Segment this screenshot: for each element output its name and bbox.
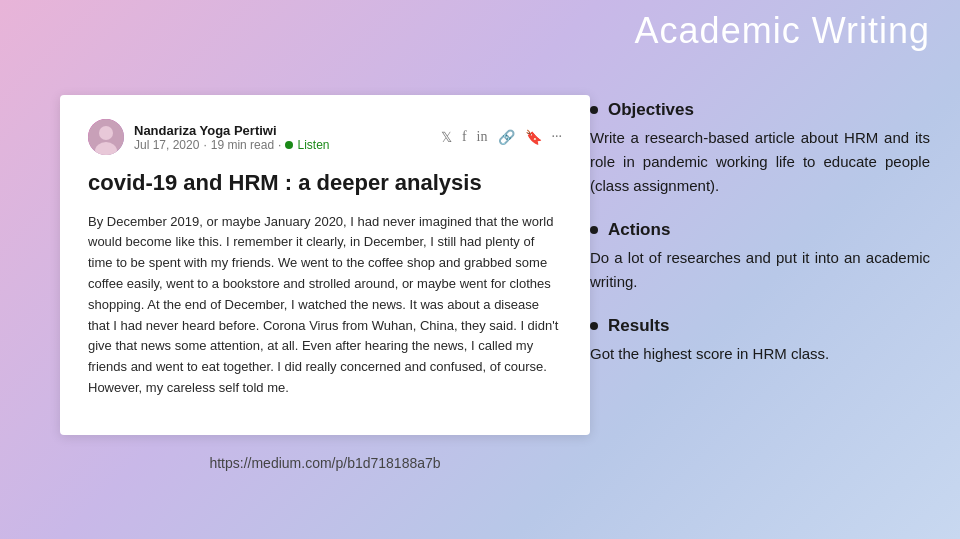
author-details: Nandariza Yoga Pertiwi Jul 17, 2020 · 19… <box>134 123 329 152</box>
results-section: Results Got the highest score in HRM cla… <box>590 316 930 366</box>
objectives-label: Objectives <box>608 100 694 120</box>
actions-label: Actions <box>608 220 670 240</box>
author-name: Nandariza Yoga Pertiwi <box>134 123 329 138</box>
objectives-header: Objectives <box>590 100 930 120</box>
listen-button[interactable]: Listen <box>285 138 329 152</box>
results-text: Got the highest score in HRM class. <box>590 342 930 366</box>
objectives-bullet <box>590 106 598 114</box>
article-title: covid-19 and HRM : a deeper analysis <box>88 169 562 198</box>
actions-header: Actions <box>590 220 930 240</box>
facebook-icon[interactable]: f <box>462 129 467 145</box>
actions-text: Do a lot of researches and put it into a… <box>590 246 930 294</box>
author-info: Nandariza Yoga Pertiwi Jul 17, 2020 · 19… <box>88 119 329 155</box>
bookmark-icon[interactable]: 🔖 <box>525 129 542 146</box>
avatar <box>88 119 124 155</box>
right-panel: Objectives Write a research-based articl… <box>590 100 930 388</box>
article-card: Nandariza Yoga Pertiwi Jul 17, 2020 · 19… <box>60 95 590 435</box>
social-icons: 𝕏 f in 🔗 🔖 ··· <box>441 129 562 146</box>
article-body: By December 2019, or maybe January 2020,… <box>88 212 562 399</box>
actions-bullet <box>590 226 598 234</box>
listen-dot <box>285 141 293 149</box>
read-time: 19 min read <box>211 138 274 152</box>
results-header: Results <box>590 316 930 336</box>
linkedin-icon[interactable]: in <box>477 129 488 145</box>
svg-point-1 <box>99 126 113 140</box>
page-title: Academic Writing <box>635 10 930 52</box>
author-meta: Jul 17, 2020 · 19 min read · Listen <box>134 138 329 152</box>
author-row: Nandariza Yoga Pertiwi Jul 17, 2020 · 19… <box>88 119 562 155</box>
results-label: Results <box>608 316 669 336</box>
twitter-icon[interactable]: 𝕏 <box>441 129 452 146</box>
listen-label: Listen <box>297 138 329 152</box>
more-icon[interactable]: ··· <box>552 129 563 145</box>
link-icon[interactable]: 🔗 <box>498 129 515 146</box>
results-bullet <box>590 322 598 330</box>
article-date: Jul 17, 2020 <box>134 138 199 152</box>
objectives-text: Write a research-based article about HRM… <box>590 126 930 198</box>
actions-section: Actions Do a lot of researches and put i… <box>590 220 930 294</box>
objectives-section: Objectives Write a research-based articl… <box>590 100 930 198</box>
article-url[interactable]: https://medium.com/p/b1d718188a7b <box>60 455 590 471</box>
